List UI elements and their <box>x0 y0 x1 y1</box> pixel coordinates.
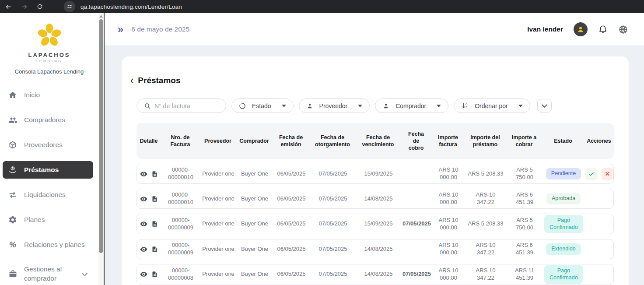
table-row: 00000-00000010 Provider one Buyer One 06… <box>136 189 614 209</box>
grant-date: 07/05/2025 <box>310 270 356 279</box>
provider-name: Provider one <box>200 169 237 179</box>
sidebar-item-compradores[interactable]: Compradores <box>3 111 93 129</box>
due-date: 14/08/2025 <box>356 194 401 204</box>
ordenar-filter[interactable]: AZ Ordenar por <box>454 99 530 113</box>
expand-filters-button[interactable] <box>537 99 552 113</box>
column-header: Acciones <box>584 137 614 144</box>
provider-name: Provider one <box>200 194 237 204</box>
notifications-bell-icon[interactable] <box>598 25 608 34</box>
receivable-amount: ARS 5 750.00 <box>506 216 543 232</box>
receivable-amount: ARS 5 750.00 <box>506 165 543 182</box>
sidebar-item-liquidaciones[interactable]: Liquidaciones <box>3 186 93 204</box>
reject-button[interactable]: ✕ <box>602 168 614 180</box>
view-eye-icon[interactable] <box>140 195 148 203</box>
transfer-arrows-icon <box>8 190 18 200</box>
actions-cell: ✕ <box>584 167 615 181</box>
scrollbar-up-arrow[interactable] <box>99 15 103 18</box>
sidebar-item-label: Compradores <box>24 116 65 124</box>
proveedor-filter-label: Proveedor <box>318 102 354 109</box>
browser-refresh-icon[interactable] <box>36 3 44 11</box>
collection-date: 07/05/2025 <box>401 219 432 229</box>
user-name: Ivan lender <box>527 25 563 33</box>
avatar[interactable] <box>574 22 588 36</box>
table-row: 00000-00000010 Provider one Buyer One 06… <box>136 164 614 184</box>
document-icon[interactable] <box>151 195 159 203</box>
app-logo: LAPACHOS LENDING <box>0 13 98 63</box>
language-globe-icon[interactable] <box>618 25 628 35</box>
sidebar-menu: Inicio Compradores Proveedores $ Préstam… <box>0 83 98 285</box>
sidebar-item-inicio[interactable]: Inicio <box>3 86 93 104</box>
column-header: Proveedor <box>200 137 236 144</box>
back-chevron-icon[interactable]: ‹ <box>130 75 133 86</box>
grant-date: 07/05/2025 <box>310 245 356 254</box>
due-date: 14/08/2025 <box>356 270 401 279</box>
table-header: Detalle Nro. de Factura Proveedor Compra… <box>136 123 614 159</box>
browser-forward-icon[interactable] <box>20 3 28 11</box>
issue-date: 06/05/2025 <box>273 194 310 204</box>
view-eye-icon[interactable] <box>140 245 148 253</box>
detail-cell <box>137 244 161 254</box>
sidebar-item-planes[interactable]: Planes <box>3 211 93 229</box>
status-cell: Pago Confirmado <box>543 264 584 284</box>
sidebar-item-gestiones[interactable]: Gestiones al comprador <box>3 261 93 285</box>
comprador-filter[interactable]: Comprador <box>375 99 448 113</box>
column-header: Comprador <box>236 137 272 144</box>
approve-button[interactable] <box>585 168 598 180</box>
caret-down-icon <box>437 105 441 107</box>
column-header: Nro. de Factura <box>161 134 200 148</box>
status-badge: Aprobada <box>546 193 581 204</box>
column-header: Importe del préstamo <box>465 134 506 148</box>
buyer-name: Buyer One <box>237 270 273 279</box>
status-badge: Pago Confirmado <box>544 265 583 283</box>
column-header: Estado <box>542 137 584 144</box>
document-icon[interactable] <box>151 170 159 178</box>
detail-cell <box>137 219 161 229</box>
grant-date: 07/05/2025 <box>310 194 356 204</box>
content-area: ‹ Préstamos Estado <box>105 46 644 285</box>
invoice-number: 00000-00000010 <box>161 165 200 182</box>
browser-back-icon[interactable] <box>4 3 12 11</box>
sidebar-item-prestamos[interactable]: $ Préstamos <box>3 161 93 179</box>
status-cell: Pendiente <box>543 167 584 180</box>
loan-amount: ARS 5 208.33 <box>465 169 506 179</box>
sidebar-item-proveedores[interactable]: Proveedores <box>3 136 93 154</box>
sidebar-item-label: Préstamos <box>24 166 59 174</box>
loan-amount: ARS 10 347.22 <box>465 266 506 283</box>
invoice-amount: ARS 10 000.00 <box>432 241 465 257</box>
issue-date: 06/05/2025 <box>273 245 310 254</box>
sidebar-item-relaciones[interactable]: % Relaciones y planes <box>3 236 93 253</box>
estado-filter[interactable]: Estado <box>231 99 294 113</box>
column-header: Detalle <box>136 137 161 144</box>
detail-cell <box>137 169 161 179</box>
ordenar-filter-label: Ordenar por <box>473 102 514 109</box>
grant-date: 07/05/2025 <box>310 219 356 229</box>
url-bar[interactable]: qa.lapachoslending.com/Lender/Loan <box>80 4 182 10</box>
invoice-number: 00000-00000008 <box>161 266 200 283</box>
invoice-amount: ARS 10 000.00 <box>432 216 465 232</box>
sidebar-item-label: Gestiones al comprador <box>24 265 75 283</box>
document-icon[interactable] <box>151 271 159 278</box>
view-eye-icon[interactable] <box>140 170 148 178</box>
document-icon[interactable] <box>151 220 159 228</box>
scrollbar-thumb[interactable] <box>99 19 103 253</box>
sidebar-item-label: Liquidaciones <box>24 191 66 199</box>
status-badge: Extendido <box>546 243 581 255</box>
proveedor-filter[interactable]: Proveedor <box>299 99 370 113</box>
document-icon[interactable] <box>151 245 159 253</box>
site-info-icon[interactable] <box>64 1 75 12</box>
invoice-search[interactable] <box>136 99 226 113</box>
detail-cell <box>137 194 161 204</box>
view-eye-icon[interactable] <box>140 271 148 278</box>
sidebar-scrollbar[interactable] <box>98 13 104 285</box>
table-row: 00000-00000008 Provider one Buyer One 06… <box>136 264 614 285</box>
collapse-sidebar-icon[interactable]: » <box>118 24 123 35</box>
loan-amount: ARS 5 208.33 <box>465 219 506 229</box>
view-eye-icon[interactable] <box>140 220 148 228</box>
invoice-number: 00000-00000010 <box>161 190 200 207</box>
due-date: 14/08/2025 <box>356 245 401 254</box>
status-badge: Pendiente <box>546 168 581 179</box>
loans-card: ‹ Préstamos Estado <box>122 56 629 285</box>
search-input[interactable] <box>154 102 216 109</box>
browser-toolbar: qa.lapachoslending.com/Lender/Loan <box>0 0 644 13</box>
column-header: Fecha de cobro <box>401 130 431 152</box>
